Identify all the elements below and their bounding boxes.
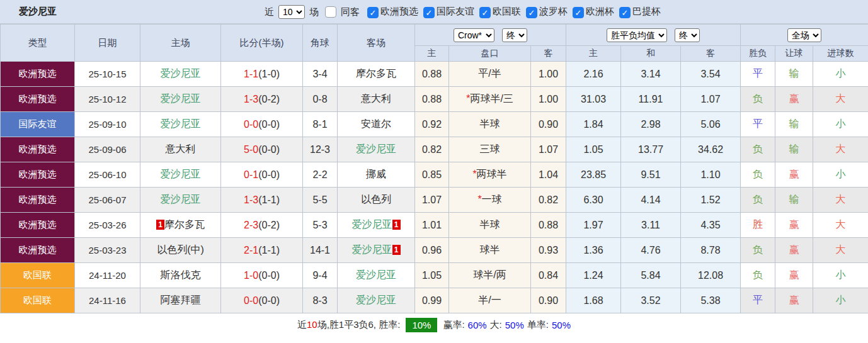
league-checkbox-2[interactable]: ✓: [423, 7, 435, 18]
cell-result-goals: 小: [813, 62, 868, 87]
team-name: 意大利: [361, 93, 391, 104]
score-fulltime: 0-0: [244, 295, 258, 306]
cell-avg-away: 8.78: [681, 238, 741, 263]
same-away-checkbox[interactable]: [325, 6, 336, 18]
score-fulltime: 5-0: [244, 144, 258, 155]
cell-corners: 0-8: [303, 87, 338, 112]
score-fulltime: 1-0: [244, 270, 258, 281]
cell-match-type: 欧国联: [1, 288, 75, 313]
score-fulltime: 0-1: [244, 169, 258, 180]
period-select[interactable]: 全场: [787, 28, 821, 42]
same-away-label: 同客: [341, 6, 360, 18]
games-label: 场: [309, 6, 319, 18]
cell-handicap-away-odds: 0.90: [531, 288, 566, 313]
cell-handicap-line: 三球: [449, 137, 531, 162]
subcol-result-handicap: 让球: [775, 46, 813, 62]
score-halftime: (1-1): [258, 194, 280, 205]
avg-state-select[interactable]: 终: [675, 28, 700, 42]
cell-home-team: 1摩尔多瓦: [140, 213, 221, 238]
score-fulltime: 2-1: [244, 245, 258, 256]
cell-avg-home: 2.16: [566, 62, 621, 87]
summary-count: 10: [307, 319, 317, 330]
bookmaker-select[interactable]: Crow*: [454, 28, 494, 42]
avg-odds-select[interactable]: 胜平负均值: [607, 28, 667, 42]
cell-corners: 14-1: [303, 238, 338, 263]
cell-avg-home: 23.85: [566, 162, 621, 188]
cell-away-team: 摩尔多瓦: [338, 62, 415, 87]
bookmaker-state-select[interactable]: 终: [502, 28, 527, 42]
cell-avg-away: 1.07: [681, 87, 741, 112]
cell-avg-home: 6.30: [566, 188, 621, 213]
stat-win-value: 60%: [468, 320, 487, 330]
score-fulltime: 0-0: [244, 119, 258, 130]
cell-handicap-line: *两球半: [449, 162, 531, 188]
cell-avg-draw: 3.14: [621, 62, 681, 87]
cell-result-goals: 大: [813, 213, 868, 238]
league-checkbox-3[interactable]: ✓: [479, 7, 491, 18]
col-header-score: 比分(半场): [221, 25, 303, 62]
cell-date: 25-10-15: [75, 62, 140, 87]
cell-handicap-away-odds: 1.00: [531, 87, 566, 112]
cell-result-handicap: 赢: [775, 213, 813, 238]
cell-avg-home: 1.68: [566, 288, 621, 313]
cell-corners: 9-4: [303, 263, 338, 288]
col-header-date: 日期: [75, 25, 140, 62]
cell-handicap-home-odds: 0.88: [415, 62, 449, 87]
recent-count-select[interactable]: 10: [278, 5, 305, 19]
cell-score: 1-3(1-1): [221, 188, 303, 213]
red-card-badge: 1: [392, 245, 401, 255]
subcol-avg-home: 主: [566, 46, 621, 62]
league-checkbox-5[interactable]: ✓: [573, 7, 584, 18]
cell-date: 25-06-07: [75, 188, 140, 213]
live-asterisk: *: [472, 169, 476, 179]
score-halftime: (1-1): [258, 245, 280, 256]
cell-home-team: 阿塞拜疆: [140, 288, 221, 313]
cell-avg-draw: 11.91: [621, 87, 681, 112]
league-checkbox-label: 欧洲杯: [586, 6, 614, 16]
league-checkbox-6[interactable]: ✓: [619, 7, 631, 18]
cell-result-outcome: 负: [741, 87, 775, 112]
cell-score: 1-3(0-2): [221, 87, 303, 112]
summary-near: 近: [297, 319, 307, 330]
summary-record: 场,胜1平3负6, 胜率:: [317, 319, 401, 330]
team-name: 挪威: [366, 169, 386, 179]
cell-result-outcome: 平: [741, 112, 775, 137]
table-row: 国际友谊25-09-10爱沙尼亚0-0(0-0)8-1安道尔0.92半球0.90…: [1, 112, 868, 137]
cell-result-outcome: 负: [741, 188, 775, 213]
live-asterisk: *: [466, 93, 470, 104]
stat-win-label: 赢率:: [443, 319, 464, 331]
cell-match-type: 欧国联: [1, 263, 75, 288]
cell-result-handicap: 赢: [775, 162, 813, 188]
cell-score: 2-1(1-1): [221, 238, 303, 263]
subcol-handicap-away: 客: [531, 46, 566, 62]
league-checkbox-4[interactable]: ✓: [526, 7, 537, 18]
cell-handicap-home-odds: 0.92: [415, 112, 449, 137]
cell-result-outcome: 负: [741, 263, 775, 288]
cell-match-type: 欧洲预选: [1, 87, 75, 112]
cell-match-type: 欧洲预选: [1, 162, 75, 188]
cell-handicap-home-odds: 1.01: [415, 213, 449, 238]
cell-date: 25-03-23: [75, 238, 140, 263]
cell-handicap-home-odds: 0.88: [415, 87, 449, 112]
col-header-home: 主场: [140, 25, 221, 62]
topbar: 爱沙尼亚 近 10 场 同客 ✓欧洲预选✓国际友谊✓欧国联✓波罗杯✓欧洲杯✓巴提…: [0, 0, 868, 24]
cell-score: 5-0(0-0): [221, 137, 303, 162]
col-header-type: 类型: [1, 25, 75, 62]
team-name: 爱沙尼亚: [352, 244, 392, 255]
stat-single-value: 50%: [552, 320, 571, 330]
league-checkbox-1[interactable]: ✓: [367, 7, 379, 18]
cell-result-goals: 小: [813, 263, 868, 288]
matches-table: 类型 日期 主场 比分(半场) 角球 客场 Crow* 终 胜平负均值 终: [0, 24, 868, 313]
cell-away-team: 爱沙尼亚1: [338, 213, 415, 238]
cell-home-team: 爱沙尼亚: [140, 112, 221, 137]
cell-handicap-home-odds: 1.07: [415, 188, 449, 213]
team-name: 爱沙尼亚: [161, 93, 201, 104]
page-title: 爱沙尼亚: [19, 6, 57, 18]
cell-match-type: 欧洲预选: [1, 213, 75, 238]
summary-text: 近10场,胜1平3负6, 胜率:: [297, 319, 400, 331]
cell-corners: 8-1: [303, 112, 338, 137]
cell-result-handicap: 赢: [775, 288, 813, 313]
cell-avg-draw: 3.52: [621, 288, 681, 313]
cell-date: 25-10-12: [75, 87, 140, 112]
cell-away-team: 意大利: [338, 87, 415, 112]
